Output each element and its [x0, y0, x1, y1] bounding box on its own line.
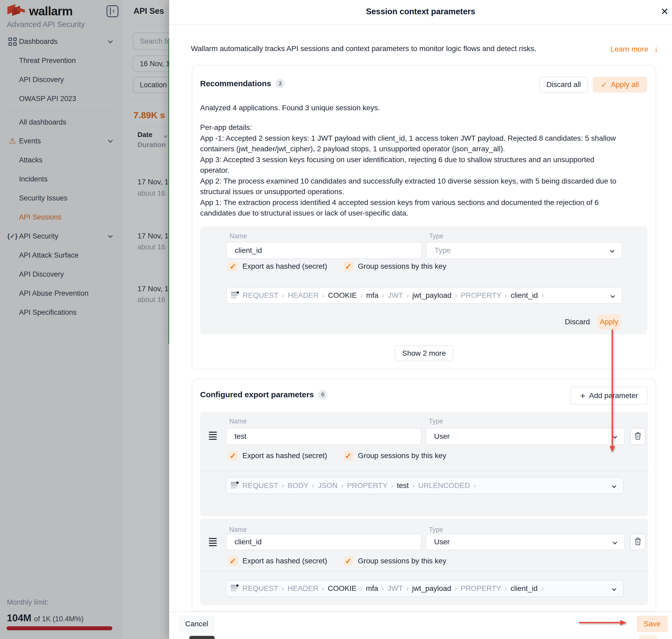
parameter-path-select[interactable]: REQUESTHEADERCOOKIEmfaJWTjwt_payloadPROP… — [226, 287, 622, 304]
show-more-button[interactable]: Show 2 more — [395, 345, 453, 361]
chevron-down-icon — [611, 294, 615, 298]
delete-parameter-button[interactable] — [630, 428, 645, 445]
type-select[interactable]: User — [426, 534, 625, 550]
chevron-down-icon — [612, 587, 617, 591]
arrow-down-icon: ↓ — [654, 44, 658, 54]
group-sessions-checkbox[interactable]: ✓ — [344, 451, 353, 461]
export-hashed-checkbox[interactable]: ✓ — [228, 556, 238, 566]
session-context-parameters-modal: Session context parameters ✕ Wallarm aut… — [169, 0, 672, 639]
payload-stack-icon — [231, 481, 239, 490]
chevron-down-icon — [610, 248, 614, 253]
name-label: Name — [229, 526, 247, 533]
recommendations-title: Recommendations — [200, 79, 271, 88]
name-field[interactable]: test — [226, 428, 421, 445]
parameter-path-select[interactable]: REQUESTHEADERCOOKIEmfaJWTjwt_payloadPROP… — [226, 580, 624, 597]
group-sessions-checkbox[interactable]: ✓ — [344, 262, 353, 271]
export-hashed-label: Export as hashed (secret) — [242, 557, 327, 565]
recommendations-summary: Analyzed 4 applications. Found 3 unique … — [200, 103, 650, 113]
export-hashed-label: Export as hashed (secret) — [242, 451, 327, 460]
add-parameter-button[interactable]: + Add parameter — [571, 387, 648, 405]
discard-all-button[interactable]: Discard all — [539, 77, 588, 93]
check-icon: ✓ — [601, 80, 607, 89]
partial-button — [639, 635, 657, 639]
export-hashed-checkbox[interactable]: ✓ — [228, 451, 238, 461]
modal-footer: Cancel Save — [169, 611, 672, 639]
apply-button[interactable]: Apply — [597, 314, 621, 330]
name-field[interactable]: client_id — [226, 242, 422, 259]
close-icon[interactable]: ✕ — [658, 5, 671, 18]
recommendations-card: Recommendations 3 Discard all ✓ Apply al… — [192, 65, 656, 370]
group-sessions-label: Group sessions by this key — [358, 262, 447, 270]
drag-handle-icon[interactable] — [209, 538, 217, 546]
parameter-path-select[interactable]: REQUESTBODYJSONPROPERTYtestURLENCODED — [226, 477, 624, 494]
learn-more-link[interactable]: Learn more ↓ — [610, 44, 658, 54]
payload-stack-icon — [231, 291, 239, 300]
parameter-box: Name Type client_id User ✓ Export as has… — [200, 518, 648, 605]
chevron-down-icon — [613, 434, 617, 439]
apply-all-button[interactable]: ✓ Apply all — [593, 77, 647, 93]
box-divider — [200, 471, 648, 471]
type-select[interactable]: Type — [426, 242, 622, 259]
export-hashed-checkbox[interactable]: ✓ — [228, 262, 238, 271]
group-sessions-checkbox[interactable]: ✓ — [344, 556, 353, 566]
box-divider — [200, 571, 648, 572]
name-label: Name — [229, 232, 247, 240]
group-sessions-label: Group sessions by this key — [358, 557, 447, 565]
modal-backdrop[interactable] — [0, 0, 169, 639]
modal-title: Session context parameters — [169, 7, 672, 16]
modal-header-divider — [169, 24, 672, 25]
type-select[interactable]: User — [426, 428, 625, 445]
trash-icon — [635, 432, 641, 441]
modal-description: Wallarm automatically tracks API session… — [191, 44, 536, 53]
trash-icon — [635, 537, 641, 546]
recommendations-count-badge: 3 — [275, 79, 285, 88]
recommendations-details: Per-app details: App -1: Accepted 2 sess… — [200, 122, 650, 219]
name-field[interactable]: client_id — [226, 534, 421, 550]
group-sessions-label: Group sessions by this key — [358, 451, 447, 460]
save-button[interactable]: Save — [637, 616, 668, 632]
export-hashed-label: Export as hashed (secret) — [242, 262, 327, 270]
delete-parameter-button[interactable] — [630, 534, 645, 550]
payload-stack-icon — [231, 584, 239, 593]
cancel-button[interactable]: Cancel — [179, 616, 215, 632]
type-label: Type — [429, 417, 443, 425]
type-label: Type — [429, 526, 443, 533]
configured-parameters-card: Configured export parameters 6 + Add par… — [192, 379, 656, 611]
partial-tooltip — [189, 636, 215, 639]
type-label: Type — [429, 232, 443, 240]
discard-button[interactable]: Discard — [562, 314, 593, 330]
parameter-box: Name Type test User ✓ Export as hashed (… — [200, 412, 648, 516]
chevron-down-icon — [612, 484, 617, 488]
chevron-down-icon — [613, 540, 617, 545]
drag-handle-icon[interactable] — [209, 432, 217, 440]
configured-count-badge: 6 — [318, 390, 327, 399]
plus-icon: + — [580, 391, 585, 401]
configured-title: Configured export parameters — [200, 390, 314, 399]
name-label: Name — [229, 417, 247, 425]
